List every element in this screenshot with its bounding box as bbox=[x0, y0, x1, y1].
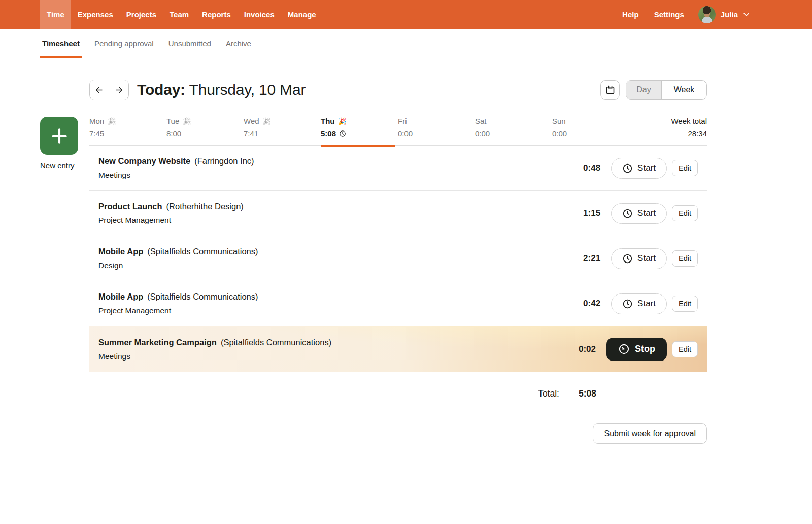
edit-entry-button[interactable]: Edit bbox=[672, 250, 698, 267]
date-header-row: Today: Thursday, 10 Mar Day Week bbox=[89, 80, 707, 100]
chevron-down-icon bbox=[742, 11, 750, 18]
edit-entry-button[interactable]: Edit bbox=[672, 341, 698, 357]
week-total-label: Week total bbox=[629, 117, 707, 125]
day-col-sat[interactable]: Sat 0:00 bbox=[475, 117, 552, 138]
day-col-sun[interactable]: Sun 0:00 bbox=[552, 117, 629, 138]
user-name: Julia bbox=[721, 10, 738, 19]
submit-week-button[interactable]: Submit week for approval bbox=[593, 423, 707, 444]
total-label: Total: bbox=[538, 388, 559, 399]
entry-time: 2:21 bbox=[568, 253, 600, 264]
day-col-thu-active[interactable]: Thu🎉 5:08 bbox=[321, 117, 398, 138]
start-timer-button[interactable]: Start bbox=[611, 203, 667, 224]
entry-client: (Farringdon Inc) bbox=[194, 156, 254, 166]
day-label: Tue bbox=[166, 117, 179, 125]
nav-item-reports[interactable]: Reports bbox=[195, 0, 238, 29]
day-col-mon[interactable]: Mon🎉 7:45 bbox=[89, 117, 166, 138]
entry-client: (Spitalfields Communications) bbox=[147, 292, 258, 301]
plus-icon bbox=[50, 126, 69, 146]
calendar-button[interactable] bbox=[600, 80, 620, 100]
edit-entry-button[interactable]: Edit bbox=[672, 160, 698, 176]
timer-clock-icon bbox=[339, 130, 346, 137]
nav-item-manage[interactable]: Manage bbox=[281, 0, 323, 29]
help-link[interactable]: Help bbox=[617, 10, 644, 19]
week-view-button[interactable]: Week bbox=[662, 81, 706, 99]
day-label: Fri bbox=[398, 117, 407, 125]
arrow-left-icon bbox=[95, 86, 104, 94]
entry-client: (Spitalfields Communications) bbox=[147, 247, 258, 256]
timesheet-panel: Mon🎉 7:45 Tue🎉 8:00 Wed🎉 7:41 Thu🎉 5:08 … bbox=[89, 117, 707, 444]
timesheet-entry: Mobile App(Spitalfields Communications) … bbox=[89, 236, 707, 281]
user-menu[interactable]: Julia bbox=[721, 10, 750, 19]
previous-day-button[interactable] bbox=[90, 80, 109, 100]
view-controls: Day Week bbox=[600, 80, 707, 100]
day-label: Wed bbox=[244, 117, 259, 125]
day-col-wed[interactable]: Wed🎉 7:41 bbox=[244, 117, 321, 138]
entry-time: 0:02 bbox=[563, 344, 596, 354]
entry-time: 0:48 bbox=[568, 163, 600, 173]
party-popper-icon: 🎉 bbox=[338, 117, 347, 125]
day-label: Sun bbox=[552, 117, 566, 125]
nav-right: Help Settings Julia bbox=[617, 0, 750, 29]
nav-item-expenses[interactable]: Expenses bbox=[71, 0, 120, 29]
submit-row: Submit week for approval bbox=[89, 423, 707, 444]
start-timer-button[interactable]: Start bbox=[611, 248, 667, 269]
day-total: 5:08 bbox=[321, 129, 398, 138]
tab-unsubmitted[interactable]: Unsubmitted bbox=[168, 29, 211, 58]
entry-task: Project Management bbox=[98, 306, 568, 315]
party-popper-icon: 🎉 bbox=[262, 117, 271, 125]
edit-entry-button[interactable]: Edit bbox=[672, 205, 698, 221]
page-title: Today: Thursday, 10 Mar bbox=[137, 81, 306, 99]
user-avatar[interactable] bbox=[698, 6, 716, 23]
day-label: Mon bbox=[89, 117, 104, 125]
tab-archive[interactable]: Archive bbox=[226, 29, 251, 58]
day-view-button[interactable]: Day bbox=[626, 81, 662, 99]
new-entry-rail: New entry bbox=[40, 117, 89, 170]
week-total-value: 28:34 bbox=[629, 129, 707, 138]
start-timer-button[interactable]: Start bbox=[611, 293, 667, 314]
entry-info: Mobile App(Spitalfields Communications) … bbox=[98, 247, 568, 270]
entry-info: Mobile App(Spitalfields Communications) … bbox=[98, 292, 568, 315]
entry-project: Mobile App bbox=[98, 247, 143, 256]
edit-entry-button[interactable]: Edit bbox=[672, 296, 698, 312]
nav-item-invoices[interactable]: Invoices bbox=[238, 0, 281, 29]
day-col-fri[interactable]: Fri 0:00 bbox=[398, 117, 475, 138]
clock-icon bbox=[622, 163, 633, 174]
clock-icon bbox=[622, 208, 633, 219]
week-strip: Mon🎉 7:45 Tue🎉 8:00 Wed🎉 7:41 Thu🎉 5:08 … bbox=[89, 117, 707, 146]
next-day-button[interactable] bbox=[109, 80, 128, 100]
top-nav: Time Expenses Projects Team Reports Invo… bbox=[0, 0, 812, 29]
start-timer-button[interactable]: Start bbox=[611, 158, 667, 179]
entry-task: Design bbox=[98, 261, 568, 270]
entry-task: Meetings bbox=[98, 352, 563, 361]
stop-timer-button[interactable]: Stop bbox=[606, 338, 667, 361]
new-entry-button[interactable] bbox=[40, 117, 78, 155]
settings-link[interactable]: Settings bbox=[649, 10, 689, 19]
entries-list: New Company Website(Farringdon Inc) Meet… bbox=[89, 146, 707, 372]
day-col-tue[interactable]: Tue🎉 8:00 bbox=[166, 117, 244, 138]
timesheet-entry-running: Summer Marketing Campaign(Spitalfields C… bbox=[89, 326, 707, 372]
nav-item-time[interactable]: Time bbox=[40, 0, 71, 29]
entry-project: Summer Marketing Campaign bbox=[98, 338, 217, 347]
current-date: Thursday, 10 Mar bbox=[189, 81, 306, 98]
running-timer-icon bbox=[618, 343, 630, 355]
entry-client: (Spitalfields Communications) bbox=[221, 338, 331, 347]
tab-pending-approval[interactable]: Pending approval bbox=[94, 29, 154, 58]
calendar-icon bbox=[605, 85, 616, 95]
entry-project: Mobile App bbox=[98, 292, 143, 301]
day-total: 8:00 bbox=[166, 129, 244, 138]
day-week-toggle: Day Week bbox=[626, 80, 707, 100]
main-nav: Time Expenses Projects Team Reports Invo… bbox=[40, 0, 323, 29]
party-popper-icon: 🎉 bbox=[182, 117, 191, 125]
nav-item-team[interactable]: Team bbox=[163, 0, 195, 29]
entry-task: Meetings bbox=[98, 171, 568, 180]
entry-time: 1:15 bbox=[568, 208, 600, 218]
day-total-row: Total: 5:08 bbox=[89, 388, 707, 399]
nav-item-projects[interactable]: Projects bbox=[120, 0, 163, 29]
tab-timesheet[interactable]: Timesheet bbox=[42, 29, 80, 58]
entry-client: (Rotherhithe Design) bbox=[166, 202, 244, 211]
entry-info: Product Launch(Rotherhithe Design) Proje… bbox=[98, 202, 568, 225]
timesheet-entry: Product Launch(Rotherhithe Design) Proje… bbox=[89, 191, 707, 236]
day-total: 7:41 bbox=[244, 129, 321, 138]
week-total-col: Week total 28:34 bbox=[629, 117, 707, 138]
timesheet-content: New entry Mon🎉 7:45 Tue🎉 8:00 Wed🎉 7:41 … bbox=[0, 117, 812, 444]
